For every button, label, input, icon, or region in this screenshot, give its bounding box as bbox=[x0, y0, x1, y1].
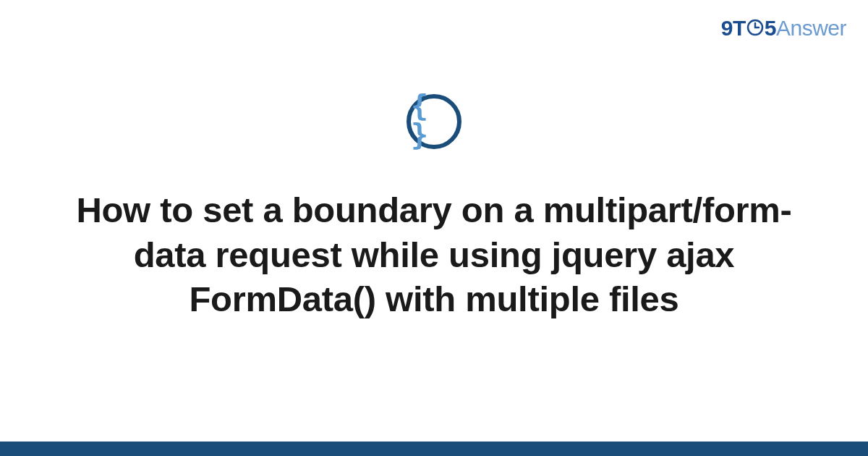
brand-text-9t: 9T bbox=[721, 16, 746, 40]
footer-accent-bar bbox=[0, 442, 868, 456]
page-title: How to set a boundary on a multipart/for… bbox=[54, 188, 814, 322]
code-braces-icon: { } bbox=[411, 91, 457, 149]
brand-header: 9T5Answer bbox=[721, 16, 846, 41]
clock-icon bbox=[746, 19, 764, 36]
brand-text-5: 5 bbox=[765, 16, 776, 40]
brand-logo[interactable]: 9T5Answer bbox=[721, 16, 846, 41]
topic-icon-circle: { } bbox=[407, 94, 461, 149]
brand-text-answer: Answer bbox=[776, 16, 846, 40]
